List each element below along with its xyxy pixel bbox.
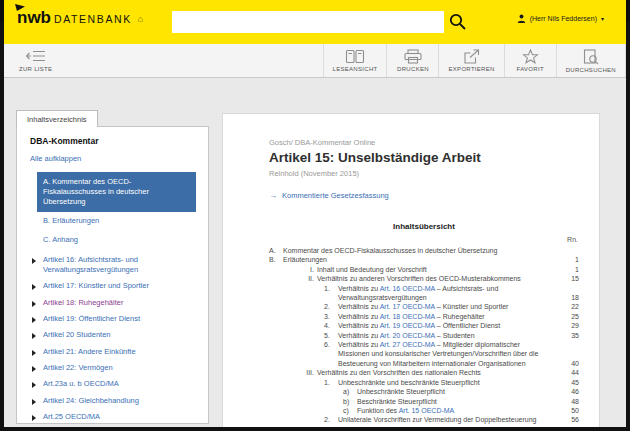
toc-rn-number: 56: [557, 415, 579, 424]
toc-rn-number: 1: [557, 255, 579, 264]
toc-row: A. Kommentar des OECD-Fiskalausschusses …: [269, 246, 579, 255]
sidebar-item-artikel[interactable]: Artikel 16: Aufsichtsrats- und Verwaltun…: [30, 252, 196, 279]
sidebar-item-label: Artikel 16: Aufsichtsrats- und Verwaltun…: [43, 255, 138, 274]
toc-row: c) Funktion des Art. 15 OECD-MA 50: [269, 406, 579, 415]
sidebar-item-label: Artikel 19: Öffentlicher Dienst: [43, 314, 140, 323]
toc-link[interactable]: Art. 19 OECD-MA: [380, 322, 435, 329]
sidebar-item-label: Artikel 21: Andere Einkünfte: [43, 347, 136, 356]
sidebar-heading: DBA-Kommentar: [30, 136, 196, 146]
print-button[interactable]: DRUCKEN: [386, 44, 438, 77]
sidebar-item-artikel[interactable]: Artikel 19: Öffentlicher Dienst: [30, 311, 196, 327]
toc-item-number: 5.: [324, 331, 338, 340]
document-panel: Gosch/ DBA-Kommentar Online Artikel 15: …: [222, 113, 600, 427]
toc-item-text: Verhältnis zu Art. 27 OECD-MA – Mitglied…: [338, 340, 557, 368]
expand-triangle-icon[interactable]: [32, 382, 36, 388]
sidebar-item-artikel[interactable]: Artikel 22: Vermögen: [30, 360, 196, 376]
export-icon: [463, 49, 481, 64]
expand-triangle-icon[interactable]: [32, 284, 36, 290]
expand-triangle-icon[interactable]: [32, 258, 36, 264]
list-back-icon: [25, 49, 47, 64]
reading-view-button[interactable]: LESEANSICHT: [323, 44, 387, 77]
expand-triangle-icon[interactable]: [32, 301, 36, 307]
sidebar-item-label: Art.23a u. b OECD/MA: [43, 379, 119, 388]
toc-rn-header: Rn.: [269, 236, 579, 243]
sidebar-article-list: Artikel 16: Aufsichtsrats- und Verwaltun…: [30, 252, 196, 424]
expand-triangle-icon[interactable]: [32, 366, 36, 372]
expand-triangle-icon[interactable]: [32, 317, 36, 323]
nwb-logo[interactable]: nwbDATENBANK⌂: [17, 8, 143, 28]
toc-rn-number: 50: [557, 406, 579, 415]
toc-item-text: Verhältnis zu Art. 17 OECD-MA – Künstler…: [338, 302, 557, 311]
browser-window: nwb.de Shop Akademie Jobbörse Kanzleibör…: [0, 0, 630, 431]
toc-row: 3. Verhältnis zu Art. 18 OECD-MA – Ruheg…: [269, 312, 579, 321]
toc-item-text: Verhältnis zu Art. 19 OECD-MA – Öffentli…: [338, 321, 557, 330]
expand-triangle-icon[interactable]: [32, 399, 36, 405]
reading-view-icon: [345, 49, 365, 64]
expand-triangle-icon[interactable]: [32, 350, 36, 356]
toc-link[interactable]: Art. 16 OECD-MA: [380, 285, 435, 292]
sidebar-sections: A. Kommentar des OECD-Fiskalausschusses …: [30, 172, 196, 249]
print-label: DRUCKEN: [397, 66, 429, 72]
toc-item-number: 2.: [324, 415, 338, 424]
tab-inhaltsverzeichnis[interactable]: Inhaltsverzeichnis: [16, 110, 98, 127]
toc-rn-number: 48: [557, 397, 579, 406]
toc-rn-number: 18: [557, 293, 579, 302]
back-to-list-label: ZUR LISTE: [19, 66, 52, 72]
toc-item-number: 1.: [324, 284, 338, 293]
search-document-button[interactable]: DURCHSUCHEN: [556, 44, 625, 77]
export-label: EXPORTIEREN: [448, 66, 494, 72]
expand-triangle-icon[interactable]: [32, 415, 36, 421]
back-to-list-button[interactable]: ZUR LISTE: [10, 44, 61, 77]
sidebar-item-artikel[interactable]: Artikel 21: Andere Einkünfte: [30, 344, 196, 360]
toolbar: ZUR LISTE LESEANSICHT: [4, 44, 626, 78]
sidebar-item-label: Artikel 18: Ruhegehälter: [43, 298, 123, 307]
sidebar-item-artikel[interactable]: Art.25 OECD/MA: [30, 409, 196, 424]
toc-rn-number: 22: [557, 302, 579, 311]
toc-row: B. Erläuterungen 1: [269, 255, 579, 264]
toc-item-text: Verhältnis zu anderen Vorschriften des O…: [317, 274, 557, 283]
document-source: Gosch/ DBA-Kommentar Online: [269, 138, 579, 147]
toc-link[interactable]: Art. 20 OECD-MA: [380, 332, 435, 339]
user-menu[interactable]: (Herr Nils Feddersen) ▾: [517, 14, 604, 23]
toc-rn-number: 35: [557, 331, 579, 340]
toc-rn-number: 1: [557, 265, 579, 274]
sidebar-item-label: Art.25 OECD/MA: [43, 412, 100, 421]
sidebar-item-label: Artikel 20 Studenten: [43, 330, 111, 339]
sidebar-item-erlaeuterungen[interactable]: B. Erläuterungen: [30, 212, 196, 230]
toc-link[interactable]: Art. 18 OECD-MA: [380, 313, 435, 320]
toc-item-number: 1.: [324, 378, 338, 387]
sidebar-item-label: Artikel 17: Künstler und Sportler: [43, 281, 149, 290]
search-input[interactable]: [172, 11, 444, 33]
toc-link[interactable]: Art. 15 OECD-MA: [399, 407, 455, 414]
sidebar-item-artikel[interactable]: Artikel 17: Künstler und Sportler: [30, 278, 196, 294]
expand-triangle-icon[interactable]: [32, 333, 36, 339]
expand-all-link[interactable]: Alle aufklappen: [30, 154, 81, 163]
arrow-right-icon: →: [269, 191, 277, 200]
sidebar-item-artikel[interactable]: Artikel 24: Gleichbehandlung: [30, 393, 196, 409]
logo-sub-text: DATENBANK: [54, 13, 132, 25]
user-name: (Herr Nils Feddersen): [530, 15, 597, 22]
toc-link[interactable]: Art. 17 OECD-MA: [380, 303, 435, 310]
toc-item-number: I.: [297, 265, 314, 274]
export-button[interactable]: EXPORTIEREN: [438, 44, 503, 77]
toc-item-text: Unbeschränkte Steuerpflicht: [357, 387, 557, 396]
favorite-button[interactable]: FAVORIT: [504, 44, 556, 77]
toc-rn-number: 29: [557, 321, 579, 330]
sidebar-item-artikel[interactable]: Artikel 20 Studenten: [30, 327, 196, 343]
home-icon[interactable]: ⌂: [138, 14, 143, 24]
toc-item-text: Unilaterale Vorschriften zur Vermeidung …: [338, 415, 557, 424]
search-icon[interactable]: [448, 12, 468, 32]
reading-view-label: LESEANSICHT: [333, 66, 378, 72]
sidebar-item-anhang[interactable]: C. Anhang: [30, 231, 196, 249]
toc-row: 2. Unilaterale Vorschriften zur Vermeidu…: [269, 415, 579, 424]
toc-link[interactable]: Art. 27 OECD-MA: [380, 341, 435, 348]
sidebar-item-kommentar-oecd[interactable]: A. Kommentar des OECD-Fiskalausschusses …: [37, 172, 196, 212]
law-version-link[interactable]: Kommentierte Gesetzesfassung: [282, 191, 389, 200]
sidebar-item-label: Artikel 22: Vermögen: [43, 363, 113, 372]
sidebar-item-artikel[interactable]: Art.23a u. b OECD/MA: [30, 376, 196, 392]
sidebar-item-artikel[interactable]: Artikel 18: Ruhegehälter: [30, 295, 196, 311]
flag-icon: [15, 4, 26, 13]
toc-row: 2. Verhältnis zu Art. 17 OECD-MA – Künst…: [269, 302, 579, 311]
toc-overview: Inhaltsübersicht Rn. A. Kommentar des OE…: [269, 222, 579, 425]
star-icon: [522, 49, 539, 64]
